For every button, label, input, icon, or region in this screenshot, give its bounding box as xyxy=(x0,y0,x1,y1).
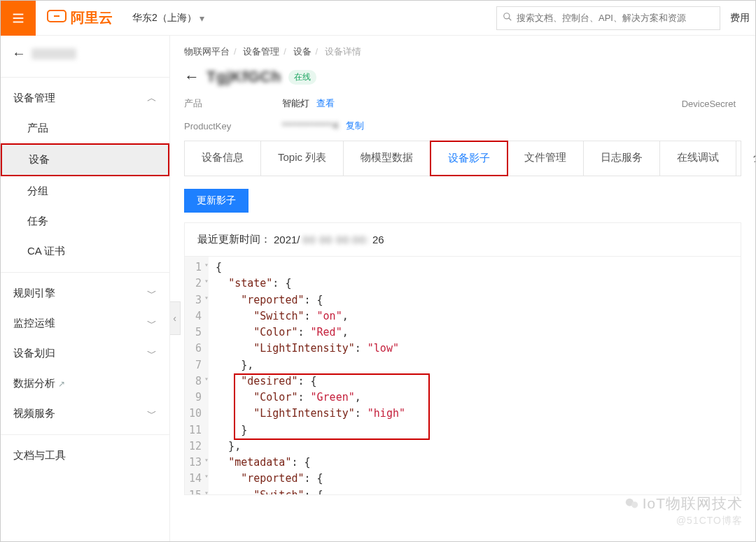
tab-online-debug[interactable]: 在线调试 xyxy=(660,141,736,176)
view-link[interactable]: 查看 xyxy=(316,98,335,108)
sidebar-group-label: 视频服务 xyxy=(13,407,55,420)
tabs: 设备信息 Topic 列表 物模型数据 设备影子 文件管理 日志服务 在线调试 … xyxy=(184,141,741,176)
device-name: TgjKfGCh xyxy=(206,68,281,86)
back-button[interactable]: ← xyxy=(184,68,200,86)
wechat-icon xyxy=(624,496,640,511)
sidebar-group-video[interactable]: 视频服务 ﹀ xyxy=(1,399,169,429)
svg-point-5 xyxy=(504,13,510,19)
svg-point-8 xyxy=(631,501,638,508)
search-box[interactable] xyxy=(496,6,720,30)
meta-product-key: 产品 xyxy=(184,97,282,110)
sidebar-item-product[interactable]: 产品 xyxy=(1,113,169,143)
watermark-line2: @51CTO博客 xyxy=(676,515,743,527)
breadcrumb-item[interactable]: 设备管理 xyxy=(243,46,279,57)
sidebar-group-device-mgmt[interactable]: 设备管理 ︿ xyxy=(1,83,169,113)
chevron-down-icon: ﹀ xyxy=(147,318,157,330)
json-code[interactable]: { "state": { "reported": { "Switch": "on… xyxy=(209,257,741,494)
updated-blurred: 00 00 00:00: xyxy=(303,234,370,245)
sidebar-group-ops[interactable]: 监控运维 ﹀ xyxy=(1,308,169,338)
chevron-down-icon: ▾ xyxy=(200,13,204,24)
json-editor: 12345678910111213141516171819 { "state":… xyxy=(185,257,741,494)
sidebar-back[interactable]: ← xyxy=(1,36,169,71)
meta-pk-value: ************4 复制 xyxy=(282,120,559,132)
updated-label: 最近更新时间： xyxy=(197,233,271,246)
sidebar-item-task[interactable]: 任务 xyxy=(1,206,169,236)
main-content: ‹ 物联网平台/ 设备管理/ 设备/ 设备详情 ← TgjKfGCh 在线 产品… xyxy=(170,36,755,541)
region-label: 华东2（上海） xyxy=(132,12,197,24)
sidebar-group-label: 规则引擎 xyxy=(13,287,55,300)
copy-link[interactable]: 复制 xyxy=(346,120,364,131)
meta-devicesecret-key: DeviceSecret xyxy=(559,99,741,109)
watermark-line1: IoT物联网技术 xyxy=(643,494,743,513)
sidebar-subgroup: 产品 设备 分组 任务 CA 证书 xyxy=(1,113,169,266)
breadcrumb-current: 设备详情 xyxy=(325,46,361,57)
line-gutter: 12345678910111213141516171819 xyxy=(185,257,209,494)
sidebar-collapse-toggle[interactable]: ‹ xyxy=(170,301,181,335)
tab-model-data[interactable]: 物模型数据 xyxy=(344,141,430,176)
tab-group[interactable]: 分组 xyxy=(736,141,755,176)
region-selector[interactable]: 华东2（上海） ▾ xyxy=(132,12,204,24)
tab-file-mgmt[interactable]: 文件管理 xyxy=(507,141,584,176)
sidebar-group-label: 数据分析↗ xyxy=(13,377,65,390)
updated-suffix: 26 xyxy=(372,234,384,245)
sidebar-group-rule-engine[interactable]: 规则引擎 ﹀ xyxy=(1,278,169,308)
sidebar-group-data-analysis[interactable]: 数据分析↗ xyxy=(1,369,169,399)
brand-logo[interactable]: 阿里云 xyxy=(47,8,113,27)
chevron-up-icon: ︿ xyxy=(147,92,157,105)
tab-device-shadow[interactable]: 设备影子 xyxy=(430,141,508,176)
sidebar-item-device[interactable]: 设备 xyxy=(1,143,169,176)
sidebar-item-ca[interactable]: CA 证书 xyxy=(1,236,169,266)
sidebar-group-label: 文档与工具 xyxy=(13,449,66,462)
sidebar-item-group[interactable]: 分组 xyxy=(1,176,169,206)
tab-topic-list[interactable]: Topic 列表 xyxy=(261,141,344,176)
sidebar-back-label xyxy=(31,48,76,59)
sidebar: ← 设备管理 ︿ 产品 设备 分组 任务 CA 证书 规则引擎 ﹀ 监控运维 ﹀… xyxy=(1,36,170,541)
brand-text: 阿里云 xyxy=(71,8,113,27)
brand-icon xyxy=(47,8,66,27)
sidebar-group-label: 设备管理 xyxy=(13,92,55,105)
breadcrumb-item[interactable]: 物联网平台 xyxy=(184,46,230,57)
search-icon xyxy=(503,12,512,24)
search-input[interactable] xyxy=(517,13,714,23)
sidebar-group-docs[interactable]: 文档与工具 xyxy=(1,441,169,471)
tab-log-service[interactable]: 日志服务 xyxy=(584,141,660,176)
hamburger-icon[interactable] xyxy=(1,1,36,36)
update-shadow-button[interactable]: 更新影子 xyxy=(184,189,248,213)
svg-line-6 xyxy=(509,18,512,21)
top-bar: 阿里云 华东2（上海） ▾ 费用 xyxy=(1,1,755,36)
tab-device-info[interactable]: 设备信息 xyxy=(185,141,261,176)
breadcrumb: 物联网平台/ 设备管理/ 设备/ 设备详情 xyxy=(170,36,755,62)
updated-prefix: 2021/ xyxy=(274,234,300,245)
arrow-left-icon: ← xyxy=(12,45,26,62)
chevron-down-icon: ﹀ xyxy=(147,287,157,300)
sidebar-group-label: 设备划归 xyxy=(13,347,55,360)
meta-pk-key: ProductKey xyxy=(184,121,282,131)
meta-product-value: 智能灯 查看 xyxy=(282,97,559,110)
watermark: IoT物联网技术 @51CTO博客 xyxy=(624,494,743,527)
sidebar-group-label: 监控运维 xyxy=(13,317,55,330)
breadcrumb-item[interactable]: 设备 xyxy=(293,46,312,57)
online-status-badge: 在线 xyxy=(288,70,316,85)
device-meta: 产品 智能灯 查看 DeviceSecret ProductKey ******… xyxy=(170,93,755,141)
card-header: 最近更新时间： 2021/ 00 00 00:00: 26 xyxy=(185,223,741,257)
chevron-down-icon: ﹀ xyxy=(147,408,157,420)
sidebar-group-device-attr[interactable]: 设备划归 ﹀ xyxy=(1,338,169,369)
external-link-icon: ↗ xyxy=(58,379,65,389)
shadow-card: 最近更新时间： 2021/ 00 00 00:00: 26 1234567891… xyxy=(184,222,741,495)
page-title-row: ← TgjKfGCh 在线 xyxy=(170,62,755,93)
chevron-down-icon: ﹀ xyxy=(147,348,157,360)
fee-link[interactable]: 费用 xyxy=(730,12,750,24)
